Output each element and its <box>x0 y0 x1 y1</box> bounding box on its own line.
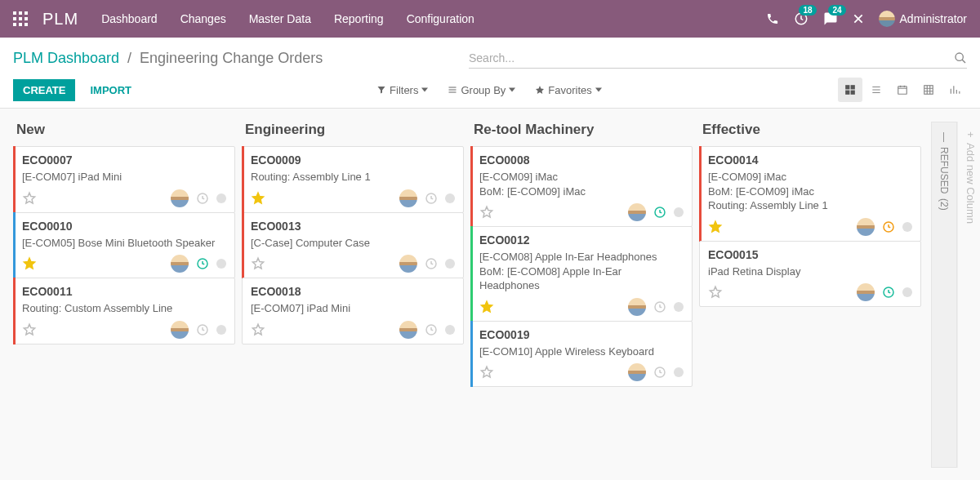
state-dot[interactable] <box>902 222 912 232</box>
card-detail-line: [E-COM07] iPad Mini <box>22 170 226 184</box>
control-bar: PLM Dashboard / Engineering Change Order… <box>0 38 980 109</box>
assignee-avatar[interactable] <box>399 255 417 273</box>
nav-changes[interactable]: Changes <box>180 12 226 25</box>
star-toggle[interactable] <box>22 256 37 271</box>
activity-clock-icon[interactable] <box>653 205 667 220</box>
activity-clock-icon[interactable] <box>424 322 439 337</box>
activity-clock-icon[interactable] <box>424 191 439 206</box>
phone-icon[interactable] <box>766 12 779 25</box>
state-dot[interactable] <box>216 325 226 335</box>
activity-clock-icon[interactable] <box>881 220 896 234</box>
state-dot[interactable] <box>902 287 912 297</box>
nav-reporting[interactable]: Reporting <box>334 12 384 25</box>
card-id: ECO0013 <box>251 220 455 233</box>
star-toggle[interactable] <box>251 256 265 271</box>
state-dot[interactable] <box>674 302 684 312</box>
kanban-card[interactable]: ECO0013 [C-Case] Computer Case <box>242 212 464 279</box>
view-list[interactable] <box>864 78 889 102</box>
user-menu[interactable]: Administrator <box>879 11 967 27</box>
kanban-card[interactable]: ECO0015 iPad Retina Display <box>699 241 921 308</box>
kanban-card[interactable]: ECO0008 [E-COM09] iMacBoM: [E-COM09] iMa… <box>470 146 693 227</box>
card-detail-line: [E-COM07] iPad Mini <box>251 301 455 316</box>
assignee-avatar[interactable] <box>399 321 417 339</box>
kanban-card[interactable]: ECO0012 [E-COM08] Apple In-Ear Headphone… <box>470 226 693 322</box>
star-toggle[interactable] <box>251 322 265 337</box>
import-button[interactable]: IMPORT <box>90 84 131 96</box>
search-bar[interactable] <box>469 48 967 69</box>
kanban-card[interactable]: ECO0019 [E-COM10] Apple Wireless Keyboar… <box>470 321 693 388</box>
star-toggle[interactable] <box>479 300 494 314</box>
star-toggle[interactable] <box>22 191 37 206</box>
activity-clock-icon[interactable] <box>653 365 667 380</box>
svg-rect-7 <box>924 86 933 95</box>
create-button[interactable]: CREATE <box>13 79 75 101</box>
kanban-card[interactable]: ECO0010 [E-COM05] Bose Mini Bluetooth Sp… <box>13 212 235 279</box>
star-toggle[interactable] <box>22 322 37 337</box>
groupby-dropdown[interactable]: Group By <box>448 84 515 96</box>
kanban-column: Re-tool Machinery ECO0008 [E-COM09] iMac… <box>470 122 693 468</box>
state-dot[interactable] <box>674 367 684 377</box>
star-toggle[interactable] <box>479 365 494 380</box>
search-input[interactable] <box>469 48 954 68</box>
add-column[interactable]: + Add new Column <box>957 122 980 468</box>
activity-icon[interactable]: 18 <box>794 11 808 26</box>
kanban-card[interactable]: ECO0011 Routing: Custom Assembly Line <box>13 278 235 344</box>
card-detail-line: [E-COM09] iMac <box>708 170 912 184</box>
state-dot[interactable] <box>445 193 455 203</box>
kanban-card[interactable]: ECO0018 [E-COM07] iPad Mini <box>242 278 464 344</box>
svg-rect-5 <box>851 91 855 95</box>
search-icon[interactable] <box>954 51 967 64</box>
star-toggle[interactable] <box>251 191 265 206</box>
kanban-card[interactable]: ECO0007 [E-COM07] iPad Mini <box>13 146 235 213</box>
card-id: ECO0009 <box>251 153 455 167</box>
assignee-avatar[interactable] <box>171 255 189 273</box>
breadcrumb-root[interactable]: PLM Dashboard <box>13 50 119 66</box>
activity-clock-icon[interactable] <box>881 285 896 300</box>
card-detail-line: [E-COM10] Apple Wireless Keyboard <box>479 344 684 359</box>
nav-configuration[interactable]: Configuration <box>407 12 474 25</box>
nav-master-data[interactable]: Master Data <box>249 12 311 25</box>
folded-column-refused[interactable]: — REFUSED (2) <box>931 122 957 468</box>
activity-clock-icon[interactable] <box>195 322 210 337</box>
activity-clock-icon[interactable] <box>195 256 210 271</box>
assignee-avatar[interactable] <box>399 189 417 207</box>
assignee-avatar[interactable] <box>857 218 875 236</box>
state-dot[interactable] <box>445 325 455 335</box>
view-pivot[interactable] <box>916 78 941 102</box>
card-id: ECO0014 <box>708 153 912 167</box>
star-toggle[interactable] <box>708 220 723 234</box>
view-calendar[interactable] <box>890 78 915 102</box>
state-dot[interactable] <box>674 207 684 217</box>
top-navbar: PLM Dashboard Changes Master Data Report… <box>0 0 980 38</box>
assignee-avatar[interactable] <box>171 321 189 339</box>
filters-dropdown[interactable]: Filters <box>376 84 428 96</box>
assignee-avatar[interactable] <box>857 283 875 301</box>
card-detail-line: BoM: [E-COM09] iMac <box>479 184 684 199</box>
activity-clock-icon[interactable] <box>424 256 439 271</box>
kanban-card[interactable]: ECO0009 Routing: Assembly Line 1 <box>242 146 464 213</box>
nav-dashboard[interactable]: Dashboard <box>101 12 158 25</box>
apps-menu-icon[interactable] <box>13 11 28 26</box>
state-dot[interactable] <box>445 259 455 269</box>
card-id: ECO0007 <box>22 153 226 167</box>
assignee-avatar[interactable] <box>628 298 646 316</box>
view-kanban[interactable] <box>838 78 862 102</box>
svg-rect-3 <box>851 85 855 89</box>
card-id: ECO0012 <box>479 233 684 247</box>
assignee-avatar[interactable] <box>171 189 189 207</box>
card-id: ECO0018 <box>251 285 455 298</box>
star-toggle[interactable] <box>479 205 494 220</box>
state-dot[interactable] <box>216 193 226 203</box>
kanban-card[interactable]: ECO0014 [E-COM09] iMacBoM: [E-COM09] iMa… <box>699 146 921 242</box>
activity-clock-icon[interactable] <box>653 300 667 314</box>
assignee-avatar[interactable] <box>628 363 646 381</box>
view-graph[interactable] <box>942 78 967 102</box>
star-toggle[interactable] <box>708 285 723 300</box>
favorites-dropdown[interactable]: Favorites <box>535 84 601 96</box>
discuss-icon[interactable]: 24 <box>823 11 838 26</box>
activity-clock-icon[interactable] <box>195 191 210 206</box>
state-dot[interactable] <box>216 259 226 269</box>
close-icon[interactable] <box>853 13 864 24</box>
assignee-avatar[interactable] <box>628 203 646 221</box>
folded-count: (2) <box>938 198 950 211</box>
